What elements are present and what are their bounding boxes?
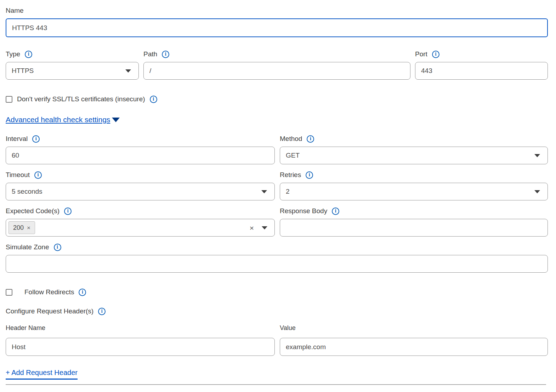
chevron-down-icon <box>261 190 267 193</box>
add-request-header-link[interactable]: + Add Request Header <box>6 369 78 380</box>
type-select[interactable]: HTTPS <box>6 62 139 80</box>
timeout-info-icon[interactable]: i <box>34 171 42 179</box>
type-info-icon[interactable]: i <box>25 51 32 58</box>
header-name-input[interactable] <box>6 338 275 356</box>
retries-field: Retries i 2 <box>280 171 548 200</box>
follow-redirects-checkbox[interactable] <box>6 289 12 296</box>
section-divider <box>6 384 546 385</box>
header-value-input[interactable] <box>280 338 548 356</box>
remove-tag-icon[interactable]: × <box>27 225 30 231</box>
response-body-input[interactable] <box>280 219 548 237</box>
type-select-value: HTTPS <box>12 67 34 75</box>
timeout-select[interactable]: 5 seconds <box>6 183 275 200</box>
response-body-info-icon[interactable]: i <box>332 208 339 215</box>
port-input[interactable] <box>415 62 548 80</box>
interval-input[interactable] <box>6 147 275 164</box>
response-body-label: Response Body <box>280 207 327 215</box>
ssl-verify-info-icon[interactable]: i <box>150 96 157 103</box>
method-select-value: GET <box>286 152 300 159</box>
interval-field: Interval i <box>6 135 275 164</box>
type-field: Type i HTTPS <box>6 50 139 80</box>
request-headers-label: Configure Request Header(s) <box>6 307 93 315</box>
header-name-column-label: Header Name <box>6 324 275 332</box>
chevron-down-icon <box>534 190 540 193</box>
request-headers-info-icon[interactable]: i <box>98 308 106 315</box>
ssl-verify-label: Don't verify SSL/TLS certificates (insec… <box>17 95 145 103</box>
expected-codes-field: Expected Code(s) i 200 × × <box>6 207 275 237</box>
type-label: Type <box>6 50 20 58</box>
path-input[interactable] <box>143 62 410 80</box>
follow-redirects-info-icon[interactable]: i <box>79 289 86 296</box>
method-info-icon[interactable]: i <box>307 135 314 143</box>
port-field: Port i <box>415 50 548 80</box>
timeout-label: Timeout <box>6 171 30 179</box>
retries-select-value: 2 <box>286 188 290 195</box>
health-check-form: Name Type i HTTPS Path i Port i <box>0 0 556 385</box>
follow-redirects-label: Follow Redirects <box>24 288 74 296</box>
name-input[interactable] <box>6 18 548 37</box>
timeout-select-value: 5 seconds <box>12 188 42 195</box>
expected-codes-multiselect[interactable]: 200 × × <box>6 219 275 237</box>
expected-code-tag-value: 200 <box>13 224 24 232</box>
expected-code-tag: 200 × <box>8 221 35 234</box>
interval-label: Interval <box>6 135 28 143</box>
timeout-field: Timeout i 5 seconds <box>6 171 275 200</box>
path-field: Path i <box>143 50 410 80</box>
chevron-down-icon <box>534 154 540 157</box>
port-info-icon[interactable]: i <box>432 51 439 58</box>
header-name-column: Header Name <box>6 324 275 356</box>
header-value-column: Value <box>280 324 548 356</box>
simulate-zone-info-icon[interactable]: i <box>54 244 61 251</box>
response-body-field: Response Body i <box>280 207 548 237</box>
method-select[interactable]: GET <box>280 147 548 164</box>
interval-info-icon[interactable]: i <box>32 135 40 143</box>
clear-all-icon[interactable]: × <box>250 224 254 232</box>
name-label: Name <box>6 7 24 15</box>
path-info-icon[interactable]: i <box>162 51 169 58</box>
chevron-down-icon <box>262 226 267 229</box>
expected-codes-label: Expected Code(s) <box>6 207 59 215</box>
simulate-zone-label: Simulate Zone <box>6 243 49 251</box>
retries-label: Retries <box>280 171 301 179</box>
retries-info-icon[interactable]: i <box>306 171 313 179</box>
chevron-down-icon <box>125 69 131 73</box>
expected-codes-info-icon[interactable]: i <box>64 208 72 215</box>
method-label: Method <box>280 135 302 143</box>
simulate-zone-field: Simulate Zone i <box>6 243 548 273</box>
path-label: Path <box>143 50 157 58</box>
ssl-verify-checkbox[interactable] <box>6 96 12 103</box>
port-label: Port <box>415 50 427 58</box>
advanced-settings-link[interactable]: Advanced health check settings <box>6 115 110 124</box>
method-field: Method i GET <box>280 135 548 164</box>
caret-down-icon <box>112 118 120 122</box>
header-value-column-label: Value <box>280 324 548 332</box>
retries-select[interactable]: 2 <box>280 183 548 200</box>
simulate-zone-input[interactable] <box>6 255 548 273</box>
